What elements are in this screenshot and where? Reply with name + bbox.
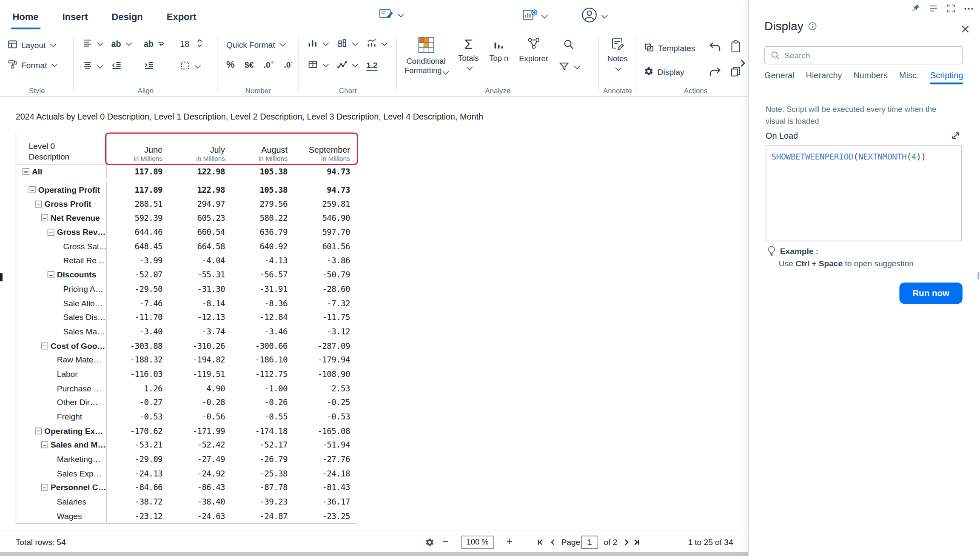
data-cell[interactable]: 117.89 [107, 167, 169, 176]
clipboard-icon[interactable] [730, 40, 741, 56]
panel-tab-misc[interactable]: Misc. [899, 71, 919, 84]
data-cell[interactable]: -29.50 [107, 284, 169, 294]
data-cell[interactable]: 605.23 [169, 214, 232, 223]
data-cell[interactable]: 122.98 [169, 185, 232, 194]
data-cell[interactable]: -287.09 [294, 341, 357, 351]
page-number-input[interactable] [581, 536, 598, 549]
currency-format-button[interactable]: $€ [245, 60, 254, 70]
increase-indent-button[interactable] [144, 61, 180, 73]
data-cell[interactable]: -0.56 [169, 412, 232, 421]
close-icon[interactable] [960, 24, 970, 34]
panel-tab-scripting[interactable]: Scripting [930, 71, 963, 84]
undo-icon[interactable] [709, 41, 721, 56]
decimal-places-button[interactable]: 1.2 [366, 60, 378, 71]
explorer-button[interactable]: Explorer [519, 37, 548, 76]
data-cell[interactable]: 640.92 [232, 242, 294, 251]
info-icon[interactable] [808, 22, 817, 31]
column-header-september[interactable]: Septemberin Millions [294, 134, 357, 164]
account-menu-button[interactable] [581, 7, 607, 26]
text-wrap-button[interactable]: ab [144, 40, 180, 49]
menu-tab-insert[interactable]: Insert [62, 0, 88, 32]
expand-editor-icon[interactable] [951, 131, 961, 141]
data-cell[interactable]: -87.78 [232, 483, 294, 492]
data-cell[interactable]: -56.57 [232, 270, 294, 279]
next-page-icon[interactable] [623, 531, 631, 553]
data-cell[interactable]: -0.25 [294, 398, 357, 407]
row-label[interactable]: Sale Allo… [16, 296, 107, 310]
search-input[interactable] [784, 51, 963, 60]
data-cell[interactable]: -55.31 [169, 270, 232, 279]
data-cell[interactable]: -24.92 [169, 469, 232, 478]
data-cell[interactable]: 117.89 [107, 185, 169, 194]
data-cell[interactable]: 2.53 [294, 384, 357, 393]
data-cell[interactable]: -24.13 [107, 469, 169, 478]
data-cell[interactable]: -8.14 [169, 299, 232, 308]
row-label[interactable]: Raw Mate… [16, 353, 107, 367]
row-label[interactable]: Pricing A… [16, 282, 107, 296]
add-visualization-button[interactable] [522, 8, 547, 24]
row-label[interactable]: Labor [16, 367, 107, 381]
data-cell[interactable]: -3.40 [107, 327, 169, 336]
data-cell[interactable]: 660.54 [169, 228, 232, 237]
menu-tab-export[interactable]: Export [167, 0, 197, 32]
left-edge-resize-handle[interactable] [0, 273, 3, 281]
menu-tab-home[interactable]: Home [12, 0, 38, 32]
combo-chart-dropdown[interactable] [366, 38, 396, 50]
data-cell[interactable]: -38.40 [169, 497, 232, 506]
layout-dropdown[interactable]: Layout [8, 40, 74, 51]
data-cell[interactable]: -0.55 [232, 412, 294, 421]
ribbon-overflow-chevron-icon[interactable] [739, 59, 746, 70]
data-cell[interactable]: -171.99 [169, 426, 232, 436]
data-cell[interactable]: -29.09 [107, 454, 169, 464]
data-cell[interactable]: 279.56 [232, 199, 294, 208]
data-cell[interactable]: 122.98 [169, 167, 232, 176]
data-cell[interactable]: -81.43 [294, 483, 357, 492]
data-cell[interactable]: -0.27 [107, 398, 169, 407]
row-label[interactable]: All [16, 164, 107, 178]
data-cell[interactable]: 288.51 [107, 199, 169, 208]
data-cell[interactable]: 648.45 [107, 242, 169, 251]
data-cell[interactable]: -38.72 [107, 497, 169, 506]
data-cell[interactable]: -3.46 [232, 327, 294, 336]
horizontal-scrollbar-track[interactable] [0, 552, 748, 556]
templates-button[interactable]: Templates [644, 43, 695, 54]
data-cell[interactable]: 601.56 [294, 242, 357, 251]
data-cell[interactable]: -24.63 [169, 511, 232, 521]
panel-scrollbar-thumb[interactable] [977, 272, 979, 279]
row-dimension-header[interactable]: Level 0 Description [16, 134, 107, 164]
row-label[interactable]: Gross Profit [16, 197, 107, 211]
row-label[interactable]: Operating Profit [16, 182, 107, 197]
data-cell[interactable]: -3.99 [107, 256, 169, 265]
collapse-toggle-icon[interactable] [29, 186, 36, 193]
border-style-dropdown[interactable] [180, 61, 216, 73]
horizontal-align-dropdown[interactable] [83, 38, 111, 50]
data-cell[interactable]: -50.79 [294, 270, 357, 279]
format-dropdown[interactable]: Format [8, 60, 74, 71]
data-cell[interactable]: -28.60 [294, 284, 357, 294]
data-cell[interactable]: -36.17 [294, 497, 357, 506]
top-n-button[interactable]: Top n [489, 37, 508, 76]
row-label[interactable]: Sales Exp… [16, 466, 107, 480]
data-cell[interactable]: 4.90 [169, 384, 232, 393]
bar-chart-dropdown[interactable] [308, 38, 337, 50]
data-cell[interactable]: -24.87 [232, 511, 294, 521]
collapse-toggle-icon[interactable] [41, 342, 48, 349]
data-cell[interactable]: -11.75 [294, 313, 357, 322]
collapse-toggle-icon[interactable] [41, 442, 48, 448]
pin-icon[interactable] [911, 4, 920, 13]
stacked-chart-dropdown[interactable] [337, 38, 366, 50]
data-cell[interactable]: -0.26 [232, 398, 294, 407]
data-cell[interactable]: 636.79 [232, 228, 294, 237]
data-cell[interactable]: 1.26 [107, 384, 169, 393]
row-label[interactable]: Discounts [16, 268, 107, 282]
data-cell[interactable]: 597.70 [294, 228, 357, 237]
collapse-toggle-icon[interactable] [41, 484, 48, 491]
redo-icon[interactable] [709, 66, 721, 81]
line-chart-dropdown[interactable] [337, 60, 366, 71]
data-cell[interactable]: -31.30 [169, 284, 232, 294]
data-cell[interactable]: -86.43 [169, 483, 232, 492]
data-cell[interactable]: -188.32 [107, 355, 169, 365]
data-cell[interactable]: -3.86 [294, 256, 357, 265]
data-cell[interactable]: 105.38 [232, 167, 294, 176]
column-header-august[interactable]: Augustin Millions [232, 134, 294, 164]
